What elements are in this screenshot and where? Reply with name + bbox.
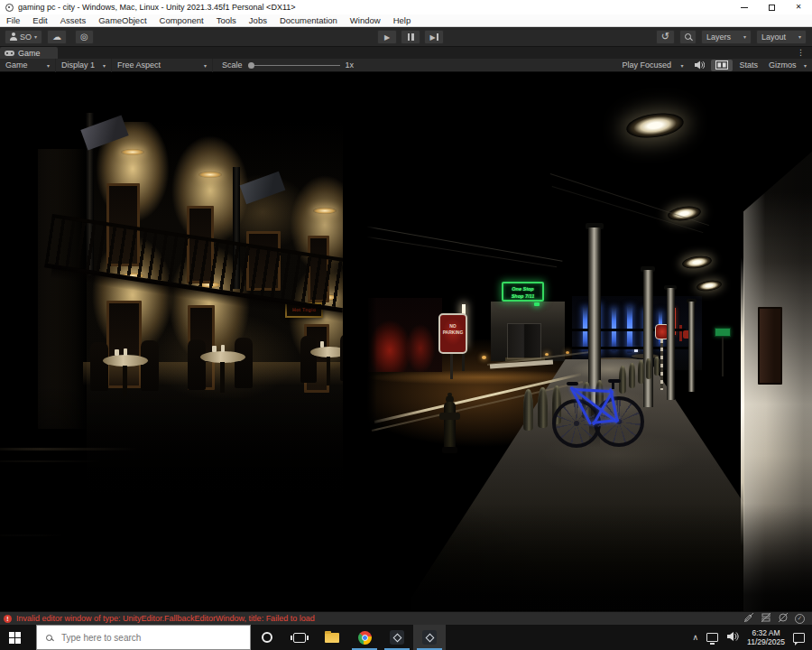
services-button[interactable]: ◎ bbox=[75, 30, 94, 44]
stop-sign-pole bbox=[660, 339, 663, 390]
menu-component[interactable]: Component bbox=[153, 15, 210, 25]
tray-chevron-icon[interactable]: ∧ bbox=[692, 633, 698, 642]
chrome-button[interactable] bbox=[348, 625, 381, 650]
status-bar-icons: ✓ bbox=[743, 612, 812, 625]
play-icon: ▶ bbox=[384, 33, 390, 42]
file-explorer-button[interactable] bbox=[316, 625, 348, 650]
unity-hub-button[interactable] bbox=[381, 625, 413, 650]
step-icon: ▶ bbox=[429, 33, 438, 42]
tab-strip: Game ⋮ bbox=[0, 47, 812, 59]
fire-hydrant bbox=[441, 393, 458, 454]
floor-line bbox=[0, 448, 137, 450]
action-center-icon[interactable] bbox=[793, 633, 805, 643]
game-view-toolbar: Game ▾ Display 1 ▾ Free Aspect ▾ Scale 1… bbox=[0, 59, 812, 72]
menu-jobs[interactable]: Jobs bbox=[243, 15, 273, 25]
history-icon: ↺ bbox=[661, 32, 669, 42]
search-input[interactable] bbox=[60, 632, 222, 644]
close-icon: ✕ bbox=[796, 4, 802, 11]
cortana-button[interactable] bbox=[251, 625, 283, 650]
scale-slider-knob[interactable] bbox=[248, 62, 254, 69]
bicycle-seat bbox=[567, 382, 578, 385]
pause-button[interactable] bbox=[401, 30, 420, 44]
maximize-button[interactable] bbox=[758, 0, 785, 14]
game-viewport[interactable]: One Stop Shop 7/11 bbox=[0, 72, 812, 611]
layout-label: Layout bbox=[761, 32, 786, 42]
menu-assets[interactable]: Assets bbox=[54, 15, 93, 25]
display-target-dropdown[interactable]: Game ▾ bbox=[0, 59, 56, 72]
windows-logo-icon bbox=[9, 632, 14, 637]
menu-help[interactable]: Help bbox=[387, 15, 418, 25]
account-label: SO bbox=[20, 32, 32, 42]
playmode-controls: ▶ ▶ bbox=[374, 30, 444, 44]
neon-sign: One Stop Shop 7/11 bbox=[502, 282, 544, 302]
network-icon[interactable] bbox=[706, 633, 718, 642]
scale-slider-track[interactable] bbox=[254, 65, 340, 66]
no-parking-line2: PARKING bbox=[440, 330, 466, 336]
display-label: Display 1 bbox=[61, 60, 95, 70]
error-message[interactable]: Invalid editor window of type: UnityEdit… bbox=[16, 614, 315, 623]
check-icon: ✓ bbox=[798, 615, 803, 622]
menu-documentation[interactable]: Documentation bbox=[273, 15, 344, 25]
layers-label: Layers bbox=[706, 32, 731, 42]
auto-lighting-icon[interactable] bbox=[743, 612, 754, 625]
menu-gameobject[interactable]: GameObject bbox=[92, 15, 152, 25]
step-button[interactable]: ▶ bbox=[424, 30, 444, 44]
background-tasks-icon[interactable]: ✓ bbox=[795, 614, 805, 624]
hydrant-arms bbox=[439, 413, 460, 420]
menu-edit[interactable]: Edit bbox=[26, 15, 53, 25]
menu-file[interactable]: File bbox=[0, 15, 26, 25]
menu-tools[interactable]: Tools bbox=[210, 15, 243, 25]
close-button[interactable]: ✕ bbox=[785, 0, 812, 14]
start-button[interactable] bbox=[0, 625, 36, 650]
menu-bar: File Edit Assets GameObject Component To… bbox=[0, 14, 812, 27]
system-tray: ∧ 6:32 AM 11/29/2025 bbox=[692, 625, 812, 650]
unity-logo-icon bbox=[5, 4, 14, 12]
chrome-icon bbox=[358, 631, 372, 645]
minimize-icon bbox=[741, 7, 748, 8]
gizmos-dropdown[interactable]: Gizmos ▾ bbox=[763, 59, 812, 72]
account-button[interactable]: SO ▾ bbox=[5, 30, 42, 44]
unity-editor-button[interactable] bbox=[413, 625, 446, 650]
cache-server-icon[interactable] bbox=[761, 612, 771, 625]
maximize-icon bbox=[769, 5, 775, 11]
tab-game[interactable]: Game bbox=[0, 47, 58, 59]
layout-dropdown[interactable]: Layout ▾ bbox=[756, 30, 807, 44]
taskbar-clock[interactable]: 6:32 AM 11/29/2025 bbox=[747, 628, 785, 646]
chevron-down-icon: ▾ bbox=[743, 33, 746, 40]
minimize-button[interactable] bbox=[731, 0, 758, 14]
chevron-down-icon: ▾ bbox=[103, 62, 106, 69]
floor-line bbox=[0, 460, 101, 462]
undo-history-button[interactable]: ↺ bbox=[656, 30, 675, 44]
mute-audio-button[interactable] bbox=[689, 60, 709, 71]
cloud-button[interactable]: ☁ bbox=[47, 30, 67, 44]
hydrant-base bbox=[442, 447, 457, 453]
play-button[interactable]: ▶ bbox=[377, 30, 397, 44]
vsync-toggle[interactable] bbox=[711, 60, 733, 71]
tab-game-label: Game bbox=[18, 49, 41, 58]
bicycle-handlebar bbox=[608, 379, 621, 383]
folder-icon bbox=[325, 633, 339, 643]
red-light-strip bbox=[679, 325, 682, 341]
search-button[interactable] bbox=[679, 30, 697, 44]
person-icon bbox=[10, 32, 17, 41]
aspect-dropdown[interactable]: Free Aspect ▾ bbox=[112, 59, 213, 72]
menu-window[interactable]: Window bbox=[344, 15, 387, 25]
services-icon: ◎ bbox=[80, 32, 88, 42]
chevron-down-icon: ▾ bbox=[47, 62, 50, 69]
speaker-icon bbox=[694, 60, 705, 70]
collab-status-icon[interactable] bbox=[778, 612, 789, 625]
bollard bbox=[638, 360, 644, 384]
task-view-button[interactable] bbox=[283, 625, 316, 650]
kebab-menu-icon[interactable]: ⋮ bbox=[797, 48, 805, 57]
gizmos-label: Gizmos bbox=[769, 60, 797, 70]
display-dropdown[interactable]: Display 1 ▾ bbox=[56, 59, 112, 72]
red-lit-building bbox=[368, 298, 442, 372]
stats-button[interactable]: Stats bbox=[734, 59, 763, 72]
vsync-icon bbox=[715, 60, 728, 70]
taskbar-search[interactable] bbox=[36, 625, 251, 650]
layers-dropdown[interactable]: Layers ▾ bbox=[701, 30, 752, 44]
window-controls: ✕ bbox=[731, 0, 812, 14]
main-toolbar: SO ▾ ☁ ◎ ▶ ▶ ↺ Layers ▾ Layout ▾ bbox=[0, 27, 812, 47]
volume-icon[interactable] bbox=[726, 629, 739, 645]
play-focused-dropdown[interactable]: Play Focused ▾ bbox=[616, 59, 688, 72]
